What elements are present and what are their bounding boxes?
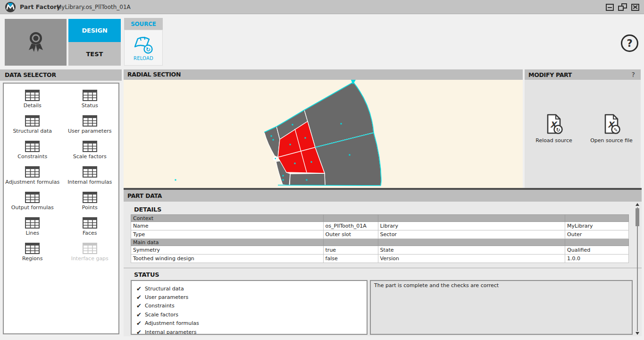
table-icon [25, 166, 40, 178]
radial-section-header: RADIAL SECTION [124, 69, 523, 80]
selector-item-lines[interactable]: Lines [4, 217, 61, 236]
table-cell: Outer slot [323, 230, 378, 239]
selector-item-label: Scale factors [73, 154, 107, 160]
selector-item-label: Points [82, 205, 98, 211]
selector-item-adjustment-formulas[interactable]: Adjustment formulas [4, 166, 61, 185]
table-icon [83, 115, 97, 127]
status-checklist: ✔Structural data✔User parameters✔Constra… [131, 280, 368, 335]
radial-section-canvas[interactable] [124, 80, 523, 188]
table-cell: Symmetry [131, 246, 324, 255]
selector-item-label: Interface gaps [71, 256, 109, 262]
selector-item-interface-gaps: Interface gaps [61, 243, 119, 262]
selector-item-label: Adjustment formulas [5, 179, 59, 185]
selector-item-regions[interactable]: Regions [4, 243, 61, 262]
status-check-item: ✔Constraints [136, 302, 362, 310]
reload-source-button[interactable]: X ↻Reload source [527, 114, 580, 144]
minimize-button[interactable] [606, 4, 614, 11]
selector-item-points[interactable]: Points [61, 192, 119, 211]
table-cell: true [323, 246, 378, 255]
restore-button[interactable] [618, 3, 627, 11]
table-cell: Sector [378, 230, 565, 239]
document-name: MyLibrary.os_PllTooth_01A [57, 0, 131, 14]
scroll-up-icon[interactable] [636, 203, 639, 206]
scroll-down-icon[interactable] [636, 332, 639, 335]
svg-text:↻: ↻ [556, 127, 560, 133]
title-bar: Part Factory MyLibrary.os_PllTooth_01A [0, 0, 644, 14]
section-divider [124, 268, 642, 268]
status-check-item: ✔Scale factors [136, 310, 362, 319]
table-row: TypeOuter slotSectorOuter [131, 230, 629, 239]
selector-item-output-formulas[interactable]: Output formulas [4, 192, 61, 211]
table-cell: MyLibrary [565, 222, 629, 230]
check-icon: ✔ [136, 320, 142, 327]
selector-item-label: Regions [22, 256, 42, 262]
status-message-box: The part is complete and the checks are … [370, 280, 633, 335]
qualified-badge [5, 19, 67, 66]
data-selector-header: DATA SELECTOR [0, 69, 122, 81]
check-icon: ✔ [136, 311, 142, 318]
selector-item-label: Structural data [13, 128, 52, 134]
table-group-header: Main data [131, 239, 629, 246]
selector-item-scale-factors[interactable]: Scale factors [61, 141, 119, 160]
table-cell: Name [131, 222, 324, 230]
selector-item-user-parameters[interactable]: User parameters [61, 115, 119, 134]
check-icon: ✔ [136, 285, 142, 292]
open-source-file-button[interactable]: X ✎Open source file [585, 114, 638, 144]
table-icon [83, 141, 97, 152]
svg-text:↻: ↻ [146, 46, 151, 52]
table-icon [83, 90, 97, 101]
selector-item-label: Status [82, 103, 98, 109]
table-icon [25, 217, 40, 229]
button-label: Reload source [535, 137, 572, 144]
details-table: ContextNameos_PllTooth_01ALibraryMyLibra… [131, 214, 629, 263]
table-cell: Type [131, 230, 324, 239]
modify-part-panel: X ↻Reload source X ✎Open source file [525, 80, 641, 188]
table-cell: false [323, 255, 378, 263]
modify-part-header: MODIFY PART ? [525, 69, 641, 80]
vertical-scrollbar[interactable] [634, 203, 641, 335]
table-icon [25, 192, 40, 203]
status-check-item: ✔Internal parameters [136, 328, 362, 335]
table-cell: Library [378, 222, 565, 230]
data-selector-grid: Details Status Structural data User para… [4, 84, 118, 262]
selector-item-structural-data[interactable]: Structural data [4, 115, 61, 134]
selector-item-label: User parameters [68, 128, 111, 134]
details-heading: DETAILS [134, 206, 161, 213]
part-factory-window: Part Factory MyLibrary.os_PllTooth_01A D… [0, 0, 644, 340]
selector-item-label: Output formulas [11, 205, 54, 211]
check-icon: ✔ [136, 302, 142, 309]
table-icon [83, 217, 97, 229]
table-row: SymmetrytrueStateQualified [131, 246, 629, 255]
table-icon [83, 166, 97, 178]
check-icon: ✔ [136, 294, 142, 301]
selector-item-faces[interactable]: Faces [61, 217, 119, 236]
selector-item-label: Constraints [17, 154, 47, 160]
table-icon [25, 243, 40, 254]
selector-item-status[interactable]: Status [61, 90, 119, 109]
selector-item-details[interactable]: Details [4, 90, 61, 109]
table-row: Nameos_PllTooth_01ALibraryMyLibrary [131, 222, 629, 230]
modify-part-title: MODIFY PART [525, 71, 572, 78]
svg-text:✎: ✎ [613, 127, 618, 133]
part-data-panel: DETAILS ContextNameos_PllTooth_01ALibrar… [124, 202, 642, 336]
tab-test[interactable]: TEST [68, 42, 121, 66]
table-cell: os_PllTooth_01A [323, 222, 378, 230]
selector-item-internal-formulas[interactable]: Internal formulas [61, 166, 119, 185]
app-name: Part Factory [20, 0, 60, 14]
selector-item-label: Lines [25, 230, 39, 236]
table-group-header: Context [131, 215, 629, 222]
tab-design[interactable]: DESIGN [68, 19, 121, 42]
status-check-item: ✔User parameters [136, 293, 362, 301]
reload-source-ribbon-button[interactable]: ↻ RELOAD [124, 30, 163, 66]
status-heading: STATUS [134, 271, 159, 278]
help-icon[interactable]: ? [621, 34, 638, 52]
panel-help-icon[interactable]: ? [632, 69, 635, 80]
radial-section-drawing [124, 80, 523, 188]
selector-item-constraints[interactable]: Constraints [4, 141, 61, 160]
table-cell: Version [378, 255, 565, 263]
close-button[interactable] [631, 4, 639, 11]
selector-item-label: Details [24, 103, 42, 109]
scrollbar-thumb[interactable] [636, 208, 639, 226]
source-group-title: SOURCE [124, 18, 163, 30]
table-cell: 1.0.0 [565, 255, 629, 263]
